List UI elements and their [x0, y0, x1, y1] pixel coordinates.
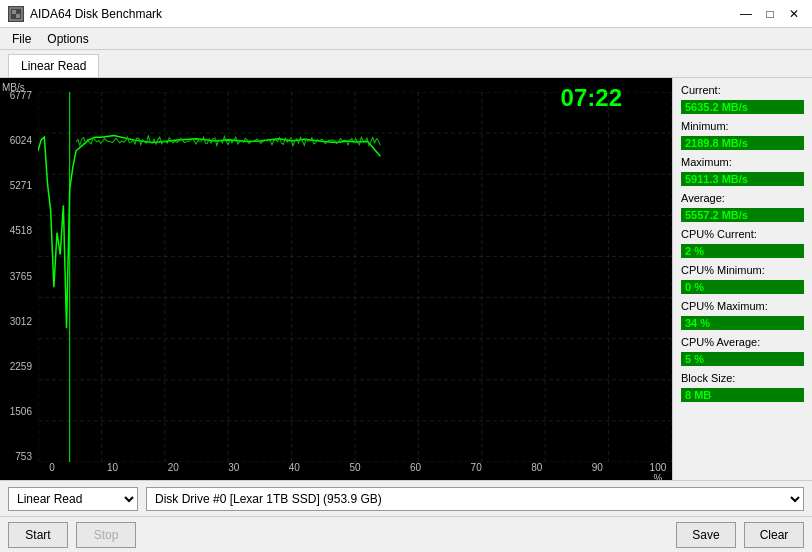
bottom-bar: Linear Read Disk Drive #0 [Lexar 1TB SSD…	[0, 480, 812, 516]
cpu-maximum-label: CPU% Maximum:	[681, 300, 804, 312]
maximum-label: Maximum:	[681, 156, 804, 168]
y-label-3012: 3012	[2, 316, 36, 327]
x-label-80: 80	[523, 462, 551, 473]
block-size-value: 8 MB	[681, 388, 804, 402]
chart-svg	[38, 92, 672, 462]
app-icon	[8, 6, 24, 22]
maximize-button[interactable]: □	[760, 6, 780, 22]
clear-button[interactable]: Clear	[744, 522, 804, 548]
x-label-50: 50	[341, 462, 369, 473]
x-label-70: 70	[462, 462, 490, 473]
stop-button[interactable]: Stop	[76, 522, 136, 548]
menu-file[interactable]: File	[4, 30, 39, 48]
minimum-label: Minimum:	[681, 120, 804, 132]
svg-rect-2	[16, 14, 20, 18]
minimize-button[interactable]: —	[736, 6, 756, 22]
x-label-40: 40	[280, 462, 308, 473]
average-label: Average:	[681, 192, 804, 204]
benchmark-select[interactable]: Linear Read	[8, 487, 138, 511]
action-bar: Start Stop Save Clear	[0, 516, 812, 552]
x-label-30: 30	[220, 462, 248, 473]
y-axis: 6777 6024 5271 4518 3765 3012 2259 1506 …	[0, 78, 38, 480]
x-label-10: 10	[99, 462, 127, 473]
menu-bar: File Options	[0, 28, 812, 50]
x-axis: 0 10 20 30 40 50 60 70 80 90 100 %	[38, 462, 672, 480]
start-button[interactable]: Start	[8, 522, 68, 548]
disk-select[interactable]: Disk Drive #0 [Lexar 1TB SSD] (953.9 GB)	[146, 487, 804, 511]
tab-bar: Linear Read	[0, 50, 812, 78]
save-button[interactable]: Save	[676, 522, 736, 548]
average-value: 5557.2 MB/s	[681, 208, 804, 222]
cpu-average-value: 5 %	[681, 352, 804, 366]
cpu-current-value: 2 %	[681, 244, 804, 258]
cpu-minimum-label: CPU% Minimum:	[681, 264, 804, 276]
y-label-5271: 5271	[2, 180, 36, 191]
current-value: 5635.2 MB/s	[681, 100, 804, 114]
minimum-value: 2189.8 MB/s	[681, 136, 804, 150]
x-label-100: 100 %	[644, 462, 672, 480]
cpu-minimum-value: 0 %	[681, 280, 804, 294]
tab-linear-read[interactable]: Linear Read	[8, 54, 99, 77]
current-label: Current:	[681, 84, 804, 96]
block-size-label: Block Size:	[681, 372, 804, 384]
main-content: MB/s 07:22 6777 6024 5271 4518 3765 3012…	[0, 78, 812, 480]
y-label-6777: 6777	[2, 90, 36, 101]
y-label-3765: 3765	[2, 271, 36, 282]
x-label-0: 0	[38, 462, 66, 473]
title-bar: AIDA64 Disk Benchmark — □ ✕	[0, 0, 812, 28]
y-label-4518: 4518	[2, 225, 36, 236]
x-label-20: 20	[159, 462, 187, 473]
sidebar: Current: 5635.2 MB/s Minimum: 2189.8 MB/…	[672, 78, 812, 480]
x-label-60: 60	[402, 462, 430, 473]
cpu-maximum-value: 34 %	[681, 316, 804, 330]
y-label-6024: 6024	[2, 135, 36, 146]
chart-area: MB/s 07:22 6777 6024 5271 4518 3765 3012…	[0, 78, 672, 480]
y-label-2259: 2259	[2, 361, 36, 372]
window-title: AIDA64 Disk Benchmark	[30, 7, 736, 21]
y-label-1506: 1506	[2, 406, 36, 417]
window-controls: — □ ✕	[736, 6, 804, 22]
y-label-753: 753	[2, 451, 36, 462]
x-label-90: 90	[583, 462, 611, 473]
cpu-average-label: CPU% Average:	[681, 336, 804, 348]
cpu-current-label: CPU% Current:	[681, 228, 804, 240]
close-button[interactable]: ✕	[784, 6, 804, 22]
svg-rect-1	[12, 10, 16, 14]
menu-options[interactable]: Options	[39, 30, 96, 48]
maximum-value: 5911.3 MB/s	[681, 172, 804, 186]
